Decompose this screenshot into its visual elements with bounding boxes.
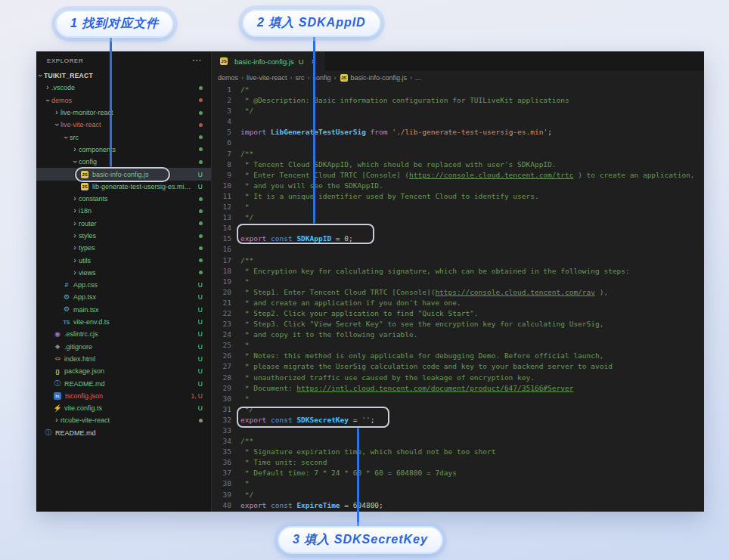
tab-bar: JS basic-info-config.js U × [212,51,704,71]
info-icon: ⓘ [44,429,53,436]
code-line: 7/** [212,149,704,159]
line-number: 28 [212,373,231,383]
tree-item-utils[interactable]: ›utils [36,254,211,266]
git-status-badge: U [198,281,203,289]
breadcrumb-item[interactable]: basic-info-config.js [351,74,408,82]
code-line-content: * Notes: this method is only applicable … [240,351,603,361]
breadcrumb-separator: › [410,74,412,82]
json-icon: {} [53,369,62,374]
tree-item-label: vite-env.d.ts [73,318,194,326]
code-line-content: * Default time: 7 * 24 * 60 * 60 = 60480… [240,468,457,478]
more-actions-icon[interactable]: ⋯ [192,55,202,66]
tree-item-config[interactable]: ›config [36,156,211,168]
chevron-right-icon: › [71,195,79,203]
code-line-content: * and create an application if you don't… [240,298,461,308]
tree-item-vite.config.ts[interactable]: ⚡vite.config.tsU [36,402,211,414]
tree-item-app.tsx[interactable]: ⚙App.tsxU [36,291,211,303]
line-number: 11 [212,191,231,202]
css-icon: # [62,282,71,289]
tree-item-vite-env.d.ts[interactable]: TSvite-env.d.tsU [36,316,211,328]
code-line-content: * Time unit: second [240,457,327,468]
tree-item-src[interactable]: ›src [36,131,211,143]
code-line-content: * Step1. Enter Tencent Cloud TRTC [Conso… [240,287,608,298]
code-line-content: * Signature expiration time, which shoul… [240,447,495,457]
tree-item-i18n[interactable]: ›i18n [36,205,211,217]
line-number: 29 [212,383,231,394]
tree-item-app.css[interactable]: #App.cssU [36,279,211,291]
code-editor[interactable]: 1/*2 * @Description: Basic information c… [212,84,704,512]
tree-item-.vscode[interactable]: ›.vscode [36,82,211,94]
chevron-right-icon: › [71,244,79,252]
code-line: 23 * Step3. Click "View Secret Key" to s… [212,319,704,330]
tree-item-label: demos [51,97,194,104]
code-line: 9 * Enter Tencent Cloud TRTC [Console] (… [212,170,704,181]
code-line-content: * [240,394,249,404]
tree-item-tuikit-react[interactable]: ›TUIKIT_REACT [36,70,211,82]
code-line: 2 * @Description: Basic information conf… [212,95,704,106]
git-status-dot [199,86,203,90]
tree-item-lib-generate-test-usersig-es.min.js[interactable]: JSlib-generate-test-usersig-es.min.jsU [36,181,211,193]
tree-item-router[interactable]: ›router [36,218,211,230]
code-line-content: * and copy it to the following variable. [240,330,418,340]
tree-item-.eslintrc.cjs[interactable]: ◉.eslintrc.cjsU [36,328,211,340]
tree-item-rtcube-vite-react[interactable]: ›rtcube-vite-react [36,414,211,426]
git-status-dot [199,135,203,139]
tree-item-types[interactable]: ›types [36,242,211,254]
line-number: 13 [212,212,231,223]
code-line-content: * [240,478,249,489]
tree-item-styles[interactable]: ›styles [36,230,211,242]
tab-basic-info-config[interactable]: JS basic-info-config.js U × [212,51,324,71]
code-line-content: * please migrate the UserSig calculation… [240,361,613,372]
code-line: 5import LibGenerateTestUserSig from './l… [212,127,704,138]
code-line-content: * Document: https://intl.cloud.tencent.c… [240,383,573,394]
breadcrumb-item[interactable]: demos [218,74,238,82]
explorer-sidebar: EXPLORER ⋯ ›TUIKIT_REACT›.vscode›demos›l… [36,51,212,512]
line-number: 23 [212,319,231,330]
line-number: 34 [212,436,231,447]
tree-item-tsconfig.json[interactable]: tstsconfig.json1, U [36,390,211,402]
code-line: 27 * please migrate the UserSig calculat… [212,361,704,372]
tree-item-constants[interactable]: ›constants [36,193,211,205]
chevron-right-icon: › [53,416,60,424]
tree-item-package.json[interactable]: {}package.jsonU [36,365,211,377]
code-line: 1/* [212,85,704,95]
code-line: 24 * and copy it to the following variab… [212,330,704,340]
breadcrumb-item[interactable]: live-vite-react [247,74,287,82]
code-line: 37 * Default time: 7 * 24 * 60 * 60 = 60… [212,468,704,478]
tree-item-live-vite-react[interactable]: ›live-vite-react [36,119,211,131]
line-number: 8 [212,159,231,170]
git-status-dot [199,123,203,127]
code-line: 35 * Signature expiration time, which sh… [212,447,704,457]
file-tree: ›TUIKIT_REACT›.vscode›demos›live-monitor… [36,70,211,439]
code-line: 38 * [212,478,704,489]
breadcrumb-item[interactable]: config [313,74,331,82]
tree-item-demos[interactable]: ›demos [36,94,211,107]
line-number: 22 [212,308,231,319]
line-number: 17 [212,255,231,266]
code-line-content: * It is a unique identifier used by Tenc… [240,191,539,202]
chevron-right-icon: › [71,146,79,153]
line-number: 32 [212,415,231,425]
editor-pane: JS basic-info-config.js U × demos›live-v… [212,51,704,512]
tree-item-label: README.md [55,429,203,437]
tree-item-views[interactable]: ›views [36,267,211,279]
tree-item-main.tsx[interactable]: ⚙main.tsxU [36,304,211,316]
tree-item-index.html[interactable]: <>index.htmlU [36,353,211,365]
breadcrumb-item[interactable]: src [296,74,305,82]
git-status-badge: U [198,318,203,326]
vite-icon: ⚡ [53,405,62,412]
tree-item-live-monitor-react[interactable]: ›live-monitor-react [36,107,211,119]
tree-item-.gitignore[interactable]: ◆.gitignoreU [36,341,211,353]
line-number: 31 [212,404,231,415]
callout-label: 2 填入 SDKAppID [257,15,366,31]
code-line-content: export const ExpireTime = 604800; [240,500,383,511]
tree-item-components[interactable]: ›components [36,144,211,156]
tree-item-label: types [79,244,194,252]
tree-item-label: .vscode [51,84,194,91]
git-status-badge: U [198,404,203,412]
tree-item-readme.md[interactable]: ⓘREADME.mdU [36,377,211,389]
line-number: 1 [212,85,231,95]
tree-item-readme.md[interactable]: ⓘREADME.md [36,427,211,439]
breadcrumb-item[interactable]: ... [415,74,421,82]
code-line: 18 * Encryption key for calculating sign… [212,266,704,277]
